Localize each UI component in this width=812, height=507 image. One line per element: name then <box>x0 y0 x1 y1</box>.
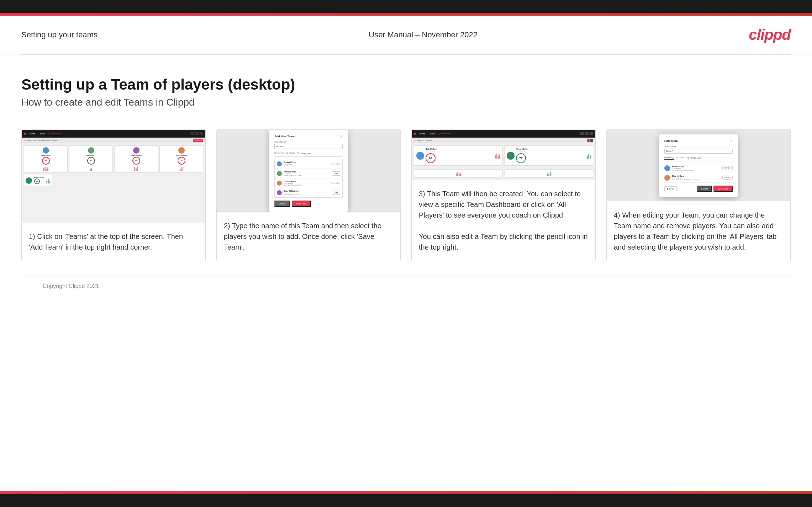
mock-cb-2a <box>547 173 548 176</box>
mock-nav-home-3: Home <box>430 133 435 135</box>
mock-bar-lg-2b <box>588 154 589 159</box>
player-list-2: Adrian Player Plus Handicap The Shire Lo… <box>274 159 343 198</box>
page-title: Setting up a Team of players (desktop) <box>21 76 791 93</box>
main-content: Setting up a Team of players (desktop) H… <box>0 55 812 311</box>
mock-score-lg-1: 94 <box>426 153 436 163</box>
logo: clippd <box>749 26 791 43</box>
filter-label: Filter by name <box>300 153 311 155</box>
mock-score-1: 84 <box>42 157 50 165</box>
mock-icon-1 <box>190 132 194 135</box>
edit-team-name-input[interactable]: Team A <box>664 149 733 154</box>
mock-handicap-lg-1: Plus Handicap <box>426 150 437 152</box>
mock-bars-5 <box>46 178 50 183</box>
header-section-title: Setting up your teams <box>21 30 97 39</box>
modal-close-4[interactable]: ✕ <box>730 139 733 143</box>
tab-all-players-4[interactable]: All Players <box>676 156 685 160</box>
player-info-3: Blair McHarg Plus Handicap Royal North D… <box>284 180 329 186</box>
mock-toolbar-text-1: Showing 5 out of 5 players from All Play… <box>24 139 58 142</box>
player-info-1: Adrian Player Plus Handicap The Shire Lo… <box>284 161 329 167</box>
edit-player-info-1: Adrian Player Plus Handicap The Shire Lo… <box>672 165 721 171</box>
mock-toolbar-text-3: Showing 2 of 2 players <box>414 139 432 142</box>
remove-player-btn-2[interactable]: Remove <box>722 176 733 180</box>
player-avatar-3 <box>277 181 282 186</box>
mock-bar-lg-2c <box>590 155 591 159</box>
delete-team-button[interactable]: 🗑 Delete <box>664 186 677 191</box>
mock-nav-teams: My Performance <box>48 133 61 135</box>
mock-bars-1 <box>43 166 48 171</box>
mock-chart-1 <box>414 169 503 178</box>
mock-bar-1b <box>44 167 46 171</box>
tab-my-team-4[interactable]: My Team (2) <box>664 156 674 160</box>
mock-bar-2a <box>90 169 91 171</box>
mock-icon-3a <box>580 132 584 135</box>
player-sub2-3: Royal North Devon Golf Club <box>284 184 329 186</box>
mock-bars-2 <box>90 166 92 171</box>
mock-bar-5b <box>48 179 49 183</box>
player-sub2-2: Central London Golf Centre <box>284 175 330 176</box>
mock-nav-links: Home My Performance <box>40 133 61 135</box>
tab-all-players[interactable]: All Players <box>286 152 295 155</box>
card-1: clippd Home My Performance Showing 5 out… <box>21 129 206 261</box>
footer: Copyright Clippd 2021 <box>21 276 791 297</box>
player-avatar-2 <box>277 171 282 176</box>
save-team-button-modal2[interactable]: Save Team <box>292 201 311 207</box>
mock-avatar-4 <box>178 147 185 154</box>
mock-score-5: 72 <box>34 178 40 184</box>
mock-bar-lg-1d <box>499 154 500 159</box>
modal-close-2[interactable]: ✕ <box>340 135 343 138</box>
tab-my-team[interactable]: My Team (2) <box>274 152 284 155</box>
accent-bar-bottom <box>0 491 812 494</box>
player-avatar-4 <box>277 190 282 195</box>
card-4-text-content: 4) When editing your Team, you can chang… <box>614 211 777 251</box>
mock-bottom-player: Richard Butler 72 <box>22 175 205 186</box>
card-3-text: 3) This Team will then be created. You c… <box>412 180 595 261</box>
filter-by-name-4: Filter by name <box>687 156 701 160</box>
player-action-1: Player Added <box>331 163 340 165</box>
mock-score-2: 0 <box>87 157 95 165</box>
remove-player-btn-1[interactable]: Remove <box>722 166 733 170</box>
mock-cb-1a <box>456 174 457 176</box>
mock-nav-links-3: Home My Performance <box>430 133 451 135</box>
top-bar <box>0 0 812 13</box>
mock-bar-3b <box>136 169 137 171</box>
cancel-button-modal2[interactable]: Cancel <box>274 201 290 207</box>
mock-pname-5: Richard Butler <box>34 177 44 178</box>
edit-team-name-label: Team Name * <box>664 145 733 148</box>
cancel-button-modal4[interactable]: Cancel <box>697 186 712 192</box>
mock-player-info-5: Richard Butler 72 <box>34 177 44 184</box>
edit-player-list: Adrian Player Plus Handicap The Shire Lo… <box>664 164 733 183</box>
mock-settings-icon <box>590 139 593 142</box>
mock-bar-5a <box>46 181 47 183</box>
mock-bar-3a <box>134 167 135 171</box>
mock-nav-home: Home <box>40 133 45 135</box>
team-name-input[interactable]: Team A <box>274 144 343 149</box>
edit-player-row-1: Adrian Player Plus Handicap The Shire Lo… <box>664 164 733 173</box>
edit-team-modal: Edit Team ✕ Team Name * Team A My Team (… <box>659 134 738 197</box>
filter-checkbox[interactable] <box>297 153 299 154</box>
screenshot-3: clippd Home My Performance Showing 2 of … <box>412 130 595 180</box>
mock-bars-lg-2 <box>587 154 591 159</box>
add-player-btn-2[interactable]: Add <box>332 171 340 176</box>
save-team-button-modal4[interactable]: Save Team <box>713 186 733 192</box>
player-info-2: Adrian Coliba 1.5 Handicap Central Londo… <box>284 171 330 176</box>
card-3-text-content: 3) This Team will then be created. You c… <box>419 190 588 251</box>
mock-bar-3c <box>137 166 138 171</box>
modal-title-4: Edit Team <box>664 139 678 143</box>
mock-player-card-4: Dave Billingham 78 <box>159 145 203 173</box>
footer-right-btns: Cancel Save Team <box>697 186 733 192</box>
header: Setting up your teams User Manual – Nove… <box>0 16 812 54</box>
copyright: Copyright Clippd 2021 <box>43 283 99 289</box>
mock-bars-3 <box>134 166 138 171</box>
add-team-modal: Add New Team ✕ Team Name * Team A My Tea… <box>269 130 348 212</box>
filter-checkbox-4[interactable] <box>687 157 689 159</box>
mock-bar-5c <box>49 181 50 183</box>
mock-bars-lg-1 <box>495 154 500 159</box>
add-player-btn-4[interactable]: Add <box>332 191 340 195</box>
mock-add-team-btn: + Add Team <box>193 139 203 142</box>
edit-player-avatar-1 <box>664 165 670 171</box>
player-row-4: Dave Billingham 3.5 Handicap The Dog Mag… <box>275 188 342 197</box>
screenshot-4: Edit Team ✕ Team Name * Team A My Team (… <box>607 130 790 201</box>
mock-bar-1d <box>47 167 48 171</box>
modal-header-2: Add New Team ✕ <box>274 135 343 138</box>
mock-bars-4 <box>180 166 183 171</box>
